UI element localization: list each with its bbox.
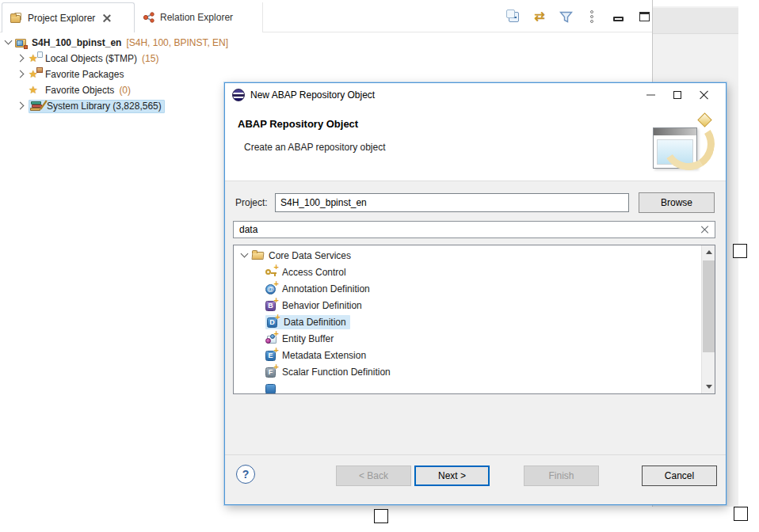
- finish-button[interactable]: Finish: [524, 466, 599, 486]
- list-item-label: Behavior Definition: [282, 300, 362, 311]
- filter-input[interactable]: data: [233, 221, 715, 238]
- minimize-view-button[interactable]: [610, 9, 626, 25]
- relation-explorer-icon: [143, 11, 155, 24]
- collapse-all-button[interactable]: [505, 9, 521, 25]
- filter-icon: [559, 11, 573, 23]
- dialog-header: ABAP Repository Object Create an ABAP re…: [225, 107, 726, 181]
- list-item-label: Scalar Function Definition: [282, 367, 391, 378]
- scrollbar-thumb[interactable]: [703, 260, 715, 352]
- favorite-objects-icon: ★: [29, 85, 42, 97]
- chevron-right-icon[interactable]: [17, 70, 25, 78]
- list-item-scalar-function-definition[interactable]: F+ Scalar Function Definition: [234, 363, 701, 380]
- list-item-metadata-extension[interactable]: E+ Metadata Extension: [234, 347, 701, 363]
- close-icon: [700, 90, 709, 100]
- chevron-right-icon[interactable]: [17, 102, 25, 110]
- project-label: Project:: [235, 197, 275, 208]
- clear-filter-icon[interactable]: [701, 226, 709, 234]
- cancel-button[interactable]: Cancel: [642, 466, 717, 486]
- tab-project-explorer[interactable]: Project Explorer: [2, 2, 135, 32]
- tree-item-label: Favorite Objects: [45, 85, 114, 96]
- link-with-editor-button[interactable]: ⇄: [532, 9, 547, 25]
- tree-node-label: Core Data Services: [269, 250, 351, 261]
- list-item-behavior-definition[interactable]: B+ Behavior Definition: [234, 297, 701, 314]
- wizard-description: Create an ABAP repository object: [244, 142, 386, 153]
- object-type-list: Core Data Services + Access Control @+ A…: [233, 245, 715, 394]
- annotation-definition-icon: @+: [265, 283, 278, 295]
- list-item-label: Access Control: [282, 267, 346, 278]
- filter-button[interactable]: [558, 9, 574, 25]
- object-icon: [265, 382, 278, 395]
- local-objects-icon: ★: [29, 53, 42, 65]
- metadata-extension-icon: E+: [265, 349, 278, 362]
- scroll-up-icon[interactable]: [702, 245, 715, 259]
- chevron-down-icon[interactable]: [4, 39, 12, 47]
- project-input[interactable]: S4H_100_bpinst_en: [275, 193, 629, 212]
- browse-button[interactable]: Browse: [639, 192, 715, 213]
- resize-handle-corner[interactable]: [734, 507, 748, 521]
- help-button[interactable]: ?: [236, 465, 255, 484]
- window-controls: [637, 83, 718, 107]
- abap-project-icon: [15, 37, 29, 49]
- view-menu-icon: [590, 10, 593, 23]
- chevron-down-icon[interactable]: [240, 252, 248, 260]
- favorite-packages-icon: ★: [29, 69, 42, 81]
- list-item-label: Data Definition: [284, 317, 346, 328]
- dialog-titlebar[interactable]: New ABAP Repository Object: [225, 83, 726, 107]
- list-item-label: Entity Buffer: [282, 333, 334, 344]
- tab-label: Project Explorer: [28, 13, 95, 24]
- back-button[interactable]: < Back: [336, 466, 411, 486]
- close-window-button[interactable]: [691, 83, 718, 107]
- collapse-all-icon: [509, 12, 519, 22]
- list-item-access-control[interactable]: + Access Control: [234, 264, 701, 280]
- list-item-data-definition[interactable]: D+ Data Definition: [234, 314, 701, 330]
- project-explorer-icon: [10, 13, 23, 24]
- view-toolbar: ⇄: [505, 7, 652, 26]
- tab-relation-explorer[interactable]: Relation Explorer: [135, 2, 263, 32]
- entity-buffer-icon: +: [265, 332, 278, 345]
- wizard-title: ABAP Repository Object: [238, 118, 358, 130]
- resize-handle-bottom[interactable]: [374, 509, 388, 523]
- tree-item-decoration: (0): [119, 85, 131, 96]
- right-panel-header: [653, 8, 738, 34]
- close-tab-icon[interactable]: [103, 14, 111, 22]
- folder-icon: [252, 250, 265, 260]
- list-selection-highlight: D+ Data Definition: [265, 315, 350, 329]
- maximize-icon: [673, 91, 681, 99]
- list-item-annotation-definition[interactable]: @+ Annotation Definition: [234, 280, 701, 297]
- list-item-entity-buffer[interactable]: + Entity Buffer: [234, 330, 701, 347]
- access-control-icon: +: [265, 266, 278, 279]
- new-abap-repository-object-dialog: New ABAP Repository Object ABAP Reposito…: [224, 82, 727, 505]
- list-item-label: Metadata Extension: [282, 350, 366, 361]
- next-button[interactable]: Next >: [414, 466, 490, 486]
- filter-value: data: [239, 224, 701, 235]
- view-menu-button[interactable]: [584, 9, 600, 25]
- list-item-clipped[interactable]: [234, 380, 701, 394]
- link-with-editor-icon: ⇄: [534, 10, 544, 23]
- tree-item-label: Local Objects ($TMP): [45, 53, 137, 64]
- tree-item-label: System Library (3,828,565): [47, 101, 162, 112]
- scroll-down-icon[interactable]: [702, 380, 715, 393]
- eclipse-icon: [232, 89, 245, 101]
- scalar-function-definition-icon: F+: [265, 366, 278, 378]
- dialog-title: New ABAP Repository Object: [250, 89, 375, 101]
- tree-item-favorite-packages[interactable]: ★ Favorite Packages: [0, 66, 475, 82]
- chevron-right-icon[interactable]: [17, 55, 25, 63]
- tree-item-local-objects[interactable]: ★ Local Objects ($TMP) (15): [0, 51, 475, 66]
- minimize-window-button[interactable]: [637, 83, 664, 107]
- behavior-definition-icon: B+: [265, 299, 278, 312]
- system-library-icon: [30, 101, 44, 112]
- resize-handle-right[interactable]: [733, 244, 747, 258]
- list-scrollbar[interactable]: [701, 245, 715, 393]
- project-field-row: Project: S4H_100_bpinst_en Browse: [235, 192, 715, 213]
- tree-item-decoration: (15): [142, 53, 158, 64]
- tree-node-core-data-services[interactable]: Core Data Services: [234, 247, 701, 264]
- maximize-view-button[interactable]: [636, 9, 652, 25]
- minimize-icon: [646, 94, 655, 96]
- tree-item-project[interactable]: S4H_100_bpinst_en [S4H, 100, BPINST, EN]: [0, 35, 475, 51]
- tree-item-label: Favorite Packages: [45, 69, 124, 80]
- view-tabbar: Project Explorer Relation Explorer ⇄: [0, 0, 652, 32]
- maximize-window-button[interactable]: [664, 83, 691, 107]
- tree-selection-highlight: System Library (3,828,565): [29, 100, 165, 113]
- data-definition-icon: D+: [267, 316, 280, 329]
- list-item-label: Annotation Definition: [282, 283, 370, 294]
